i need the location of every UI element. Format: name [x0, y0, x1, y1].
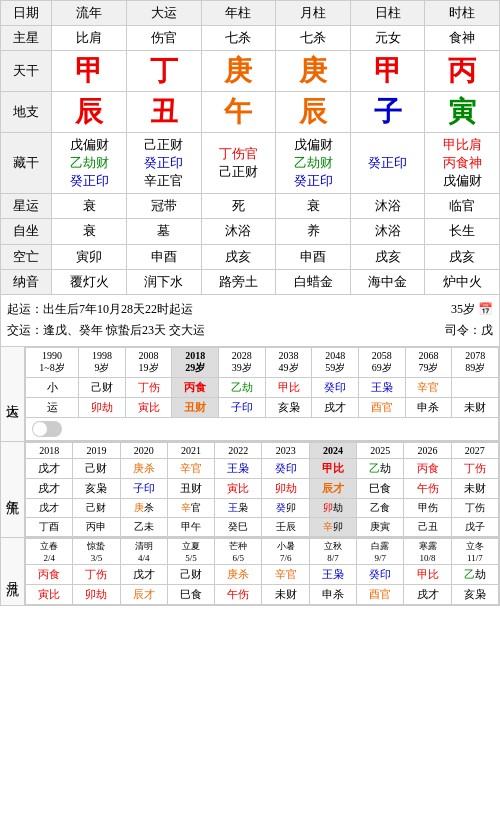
- ly0: 2018: [26, 443, 73, 459]
- dayun-dz7: 酉官: [358, 398, 405, 418]
- lm7: 白露9/7: [357, 539, 404, 565]
- canggan-hour: 甲比肩 丙食神 戊偏财: [425, 132, 500, 194]
- zhuxing-row: 主星 比肩 伤官 七杀 七杀 元女 食神: [1, 26, 500, 51]
- liunian-dz-row: 戌才 亥枭 子印 丑财 寅比 卯劫 辰才 巳食 午伤 未财: [26, 479, 499, 499]
- lmtg0: 丙食: [26, 565, 73, 585]
- dayun-dz3: 丑财: [172, 398, 219, 418]
- xingyun-month: 衰: [276, 194, 351, 219]
- zizuo-year: 沐浴: [201, 219, 276, 244]
- dayun-dz8: 申杀: [405, 398, 452, 418]
- ly7: 2025: [357, 443, 404, 459]
- dayun-tg2: 丁伤: [125, 378, 172, 398]
- ly2: 2020: [120, 443, 167, 459]
- xingyun-row: 星运 衰 冠带 死 衰 沐浴 临官: [1, 194, 500, 219]
- ly4: 2022: [215, 443, 262, 459]
- zhuxing-day: 元女: [350, 26, 425, 51]
- liunian-year-row: 2018 2019 2020 2021 2022 2023 2024 2025 …: [26, 443, 499, 459]
- lxy9: 丁伤: [451, 499, 498, 518]
- lxz8: 己丑: [404, 518, 451, 537]
- ldz9: 未财: [451, 479, 498, 499]
- dayun-y9: 207889岁: [452, 348, 499, 378]
- nayin-label: 纳音: [1, 269, 52, 294]
- lmdz9: 亥枭: [451, 585, 498, 605]
- ly9: 2027: [451, 443, 498, 459]
- age-text: 35岁 📅: [451, 299, 493, 321]
- nayin-month: 白蜡金: [276, 269, 351, 294]
- liunian-section: 流年 2018 2019 2020 2021 2022 2023 2024 20…: [0, 442, 500, 538]
- ltg0: 戊才: [26, 459, 73, 479]
- lmdz2: 辰才: [120, 585, 167, 605]
- dizhi-liuyear: 辰: [52, 91, 127, 132]
- zizuo-month: 养: [276, 219, 351, 244]
- info-row-jiaoyun: 交运：逢戊、癸年 惊蛰后23天 交大运 司令：戊: [7, 320, 493, 342]
- xingyun-dayun: 冠带: [127, 194, 202, 219]
- ly8: 2026: [404, 443, 451, 459]
- dayun-section-label: 大运: [1, 347, 25, 441]
- lxy5: 癸卯: [262, 499, 309, 518]
- dayun-y5: 203849岁: [265, 348, 312, 378]
- dayun-years-table: 19901~8岁 19989岁 200819岁 201829岁 202839岁 …: [25, 347, 499, 441]
- dayun-tiangan-row: 小 己财 丁伤 丙食 乙劫 甲比 癸印 王枭 辛官: [26, 378, 499, 398]
- liuyue-tg-row: 丙食 丁伤 戊才 己财 庚杀 辛官 王枭 癸印 甲比 乙劫: [26, 565, 499, 585]
- lmtg5: 辛官: [262, 565, 309, 585]
- kongwang-row: 空亡 寅卯 申酉 戌亥 申酉 戌亥 戌亥: [1, 244, 500, 269]
- dizhi-day: 子: [350, 91, 425, 132]
- header-liunian: 流年: [52, 1, 127, 26]
- canggan-day: 癸正印: [350, 132, 425, 194]
- zhuxing-year: 七杀: [201, 26, 276, 51]
- lxz6-highlight: 辛卯: [309, 518, 356, 537]
- kongwang-month: 申酉: [276, 244, 351, 269]
- lm2: 清明4/4: [120, 539, 167, 565]
- zizuo-liuyear: 衰: [52, 219, 127, 244]
- kongwang-dayun: 申酉: [127, 244, 202, 269]
- dayun-y2: 200819岁: [125, 348, 172, 378]
- dizhi-dayun: 丑: [127, 91, 202, 132]
- ldz2: 子印: [120, 479, 167, 499]
- lm8: 寒露10/8: [404, 539, 451, 565]
- dayun-tg7: 王枭: [358, 378, 405, 398]
- dayun-tg9: [452, 378, 499, 398]
- lmdz1: 卯劫: [73, 585, 120, 605]
- lmtg6: 王枭: [309, 565, 356, 585]
- liuyue-month-row: 立春2/4 惊蛰3/5 清明4/4 立夏5/5 芒种6/5 小暑7/6 立秋8/…: [26, 539, 499, 565]
- lxy8: 甲伤: [404, 499, 451, 518]
- calendar-icon[interactable]: 📅: [478, 302, 493, 316]
- ldz6-highlight: 辰才: [309, 479, 356, 499]
- lmdz8: 戌才: [404, 585, 451, 605]
- dayun-toggle[interactable]: [32, 421, 62, 437]
- lmtg7: 癸印: [357, 565, 404, 585]
- dizhi-label: 地支: [1, 91, 52, 132]
- lxz7: 庚寅: [357, 518, 404, 537]
- zhuxing-liuyear: 比肩: [52, 26, 127, 51]
- ltg1: 己财: [73, 459, 120, 479]
- lxy1: 己财: [73, 499, 120, 518]
- lmtg1: 丁伤: [73, 565, 120, 585]
- lxz1: 丙申: [73, 518, 120, 537]
- tiangan-day: 甲: [350, 51, 425, 92]
- lm9: 立冬11/7: [451, 539, 498, 565]
- tiangan-year: 庚: [201, 51, 276, 92]
- nayin-dayun: 润下水: [127, 269, 202, 294]
- dayun-tg6: 癸印: [312, 378, 359, 398]
- dayun-section: 大运 19901~8岁 19989岁 200819岁 201829岁 20283…: [0, 347, 500, 442]
- kongwang-label: 空亡: [1, 244, 52, 269]
- lxz4: 癸巳: [215, 518, 262, 537]
- lxy6-highlight: 卯劫: [309, 499, 356, 518]
- dayun-y8: 206879岁: [405, 348, 452, 378]
- header-dayun: 大运: [127, 1, 202, 26]
- ltg7: 乙劫: [357, 459, 404, 479]
- dayun-year-row: 19901~8岁 19989岁 200819岁 201829岁 202839岁 …: [26, 348, 499, 378]
- dayun-dz2: 寅比: [125, 398, 172, 418]
- tiangan-dayun: 丁: [127, 51, 202, 92]
- header-shizhu: 时柱: [425, 1, 500, 26]
- dayun-tg5: 甲比: [265, 378, 312, 398]
- liuyue-section: 流月 立春2/4 惊蛰3/5 清明4/4 立夏5/5 芒种6/5 小暑7/6 立…: [0, 538, 500, 606]
- lm3: 立夏5/5: [167, 539, 214, 565]
- liuyue-label-cell: 流月: [1, 538, 25, 605]
- dayun-toggle-cell: [26, 418, 499, 441]
- dayun-tg4: 乙劫: [219, 378, 266, 398]
- liunian-table: 2018 2019 2020 2021 2022 2023 2024 2025 …: [25, 442, 499, 537]
- header-yuanzhu: 月柱: [276, 1, 351, 26]
- jiaoyun-text: 交运：逢戊、癸年 惊蛰后23天 交大运: [7, 320, 205, 342]
- ly3: 2021: [167, 443, 214, 459]
